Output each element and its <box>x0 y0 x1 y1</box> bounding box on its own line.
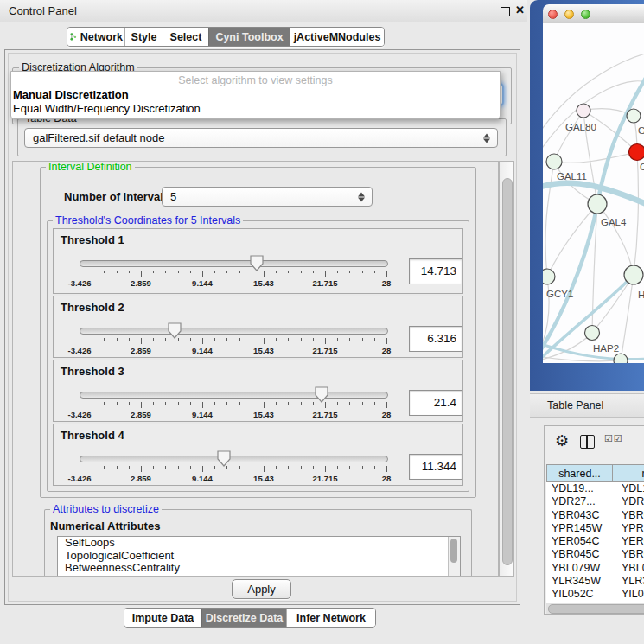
threshold-3-slider[interactable]: -3.426 2.859 9.144 15.43 21.715 28 <box>80 385 386 419</box>
table-row[interactable]: YBL079WYBL0 <box>546 562 644 575</box>
table-panel-titlebar: Table Panel <box>530 393 644 418</box>
tab-select[interactable]: Select <box>163 28 208 46</box>
control-panel-tabs: Network Style Select Cyni Toolbox jActiv… <box>67 27 385 47</box>
slider-thumb[interactable] <box>250 255 264 271</box>
threshold-4-panel: Threshold 4 -3.426 2.859 9.144 15.43 21.… <box>53 424 463 486</box>
list-item[interactable]: TopologicalCoefficient <box>58 550 460 563</box>
threshold-1-slider[interactable]: -3.426 2.859 9.144 15.43 21.715 28 <box>80 253 386 288</box>
column-header-name[interactable]: na <box>613 464 644 482</box>
slider-tick-labels: -3.426 2.859 9.144 15.43 21.715 28 <box>80 410 386 419</box>
float-window-icon[interactable] <box>501 7 510 16</box>
close-icon[interactable]: ✕ <box>515 3 525 16</box>
gear-icon[interactable]: ⚙ <box>555 431 569 450</box>
settings-scrollbar-thumb[interactable] <box>502 178 513 565</box>
table-data-combobox-value: galFiltered.sif default node <box>33 131 164 144</box>
threshold-1-panel: Threshold 1 -3.426 2.859 9.144 15.43 21.… <box>53 228 463 294</box>
slider-tick-labels: -3.426 2.859 9.144 15.43 21.715 28 <box>80 474 386 483</box>
node-ga[interactable] <box>627 109 641 123</box>
minimize-traffic-light-icon[interactable] <box>564 10 574 19</box>
list-scrollbar[interactable] <box>448 537 460 577</box>
threshold-3-value-field[interactable]: 21.4 <box>409 390 462 416</box>
slider-tick-labels: -3.426 2.859 9.144 15.43 21.715 28 <box>80 346 386 355</box>
threshold-2-slider[interactable]: -3.426 2.859 9.144 15.43 21.715 28 <box>80 321 386 355</box>
node-hap2[interactable] <box>585 326 600 341</box>
table-row[interactable]: YLR345WYLR3 <box>546 575 644 588</box>
number-of-intervals-combobox[interactable]: 5 <box>162 187 373 207</box>
number-of-intervals-label: Number of Intervals <box>64 190 169 203</box>
table-row[interactable]: YDL19...YDL1 <box>546 482 644 495</box>
node-gal11[interactable] <box>546 154 562 169</box>
node-red-selected[interactable] <box>629 144 644 161</box>
threshold-2-value-field[interactable]: 6.316 <box>409 326 462 352</box>
split-columns-icon[interactable] <box>580 435 595 449</box>
table-body: YDL19...YDL1 YDR27...YDR2 YBR043CYBR0 YP… <box>546 482 644 603</box>
slider-thumb[interactable] <box>217 450 231 467</box>
list-item[interactable]: SelfLoops <box>58 537 460 550</box>
algorithm-dropdown-popup: Select algorithm to view settings Manual… <box>10 71 501 119</box>
checkboxes-icon[interactable]: ☑☑ <box>604 433 623 444</box>
network-icon <box>69 31 77 42</box>
threshold-2-label: Threshold 2 <box>61 301 124 314</box>
table-header: shared... na <box>546 464 644 482</box>
table-row[interactable]: YPR145WYPR1 <box>546 522 644 535</box>
threshold-1-value-field[interactable]: 14.713 <box>409 258 462 284</box>
table-row[interactable]: YER054CYER0 <box>546 535 644 548</box>
slider-thumb[interactable] <box>168 322 182 339</box>
tab-style[interactable]: Style <box>124 28 163 46</box>
table-data-combobox[interactable]: galFiltered.sif default node <box>24 128 498 148</box>
list-scrollbar-thumb[interactable] <box>450 539 457 563</box>
number-of-intervals-value: 5 <box>170 190 176 203</box>
node-label: GAL4 <box>601 217 627 227</box>
numerical-attributes-list[interactable]: SelfLoops TopologicalCoefficient Between… <box>57 536 461 577</box>
slider-ticks <box>80 338 386 345</box>
close-traffic-light-icon[interactable] <box>548 10 558 19</box>
threshold-1-label: Threshold 1 <box>61 233 124 246</box>
node-label: H <box>638 290 644 300</box>
tab-impute-data[interactable]: Impute Data <box>124 609 201 627</box>
list-item[interactable]: BetweennessCentrality <box>58 562 460 575</box>
dropdown-option-manual-discretization[interactable]: Manual Discretization <box>13 88 129 101</box>
table-row[interactable]: YBR043CYBR0 <box>546 509 644 522</box>
spinner-icon[interactable] <box>358 192 365 201</box>
threshold-4-label: Threshold 4 <box>61 429 124 442</box>
tab-discretize-data[interactable]: Discretize Data <box>201 609 286 627</box>
table-horizontal-scrollbar[interactable] <box>546 603 644 614</box>
apply-button[interactable]: Apply <box>232 579 291 599</box>
network-window-titlebar[interactable] <box>543 4 644 24</box>
tab-infer-network[interactable]: Infer Network <box>286 609 375 627</box>
node-gcy1[interactable] <box>543 269 555 284</box>
threshold-4-value-field[interactable]: 11.344 <box>409 454 462 480</box>
node-gal4[interactable] <box>588 194 607 214</box>
zoom-traffic-light-icon[interactable] <box>581 10 590 19</box>
network-canvas[interactable]: GAL80 GA C GAL11 GAL4 GCY1 H HAP2 <box>543 23 644 363</box>
slider-track[interactable] <box>80 392 388 399</box>
node-label: GA <box>638 125 644 136</box>
slider-track[interactable] <box>80 456 388 462</box>
node-gal80[interactable] <box>577 104 590 118</box>
tab-cyni-toolbox[interactable]: Cyni Toolbox <box>208 28 290 46</box>
threshold-4-slider[interactable]: -3.426 2.859 9.144 15.43 21.715 28 <box>80 449 386 483</box>
slider-track[interactable] <box>80 260 388 267</box>
slider-ticks <box>80 271 386 277</box>
column-header-shared[interactable]: shared... <box>546 464 613 482</box>
node-h[interactable] <box>624 265 643 284</box>
table-row[interactable]: YBR045CYBR0 <box>546 548 644 561</box>
settings-scrollbar[interactable] <box>499 161 514 577</box>
threshold-3-panel: Threshold 3 -3.426 2.859 9.144 15.43 21.… <box>53 360 463 422</box>
threshold-3-label: Threshold 3 <box>61 365 124 378</box>
table-row[interactable]: YDR27...YDR2 <box>546 495 644 508</box>
table-horizontal-scrollbar-thumb[interactable] <box>548 604 644 614</box>
dropdown-option-equal-width-frequency[interactable]: Equal Width/Frequency Discretization <box>13 102 201 115</box>
table-row[interactable]: YIL052CYIL0 <box>546 588 644 601</box>
control-panel-titlebar: Control Panel ✕ <box>0 0 527 22</box>
node-bottom[interactable] <box>614 354 628 363</box>
slider-track[interactable] <box>80 328 388 335</box>
slider-thumb[interactable] <box>315 386 328 403</box>
network-graph: GAL80 GA C GAL11 GAL4 GCY1 H HAP2 <box>543 23 644 363</box>
table-panel-title: Table Panel <box>547 399 603 411</box>
spinner-icon[interactable] <box>483 133 490 143</box>
network-view-window[interactable]: GAL80 GA C GAL11 GAL4 GCY1 H HAP2 <box>530 0 644 391</box>
tab-jactivemnodules[interactable]: jActiveMNodules <box>290 28 384 46</box>
tab-network[interactable]: Network <box>67 28 124 46</box>
settings-scroll-viewport: Interval Definition Number of Intervals … <box>12 161 499 577</box>
